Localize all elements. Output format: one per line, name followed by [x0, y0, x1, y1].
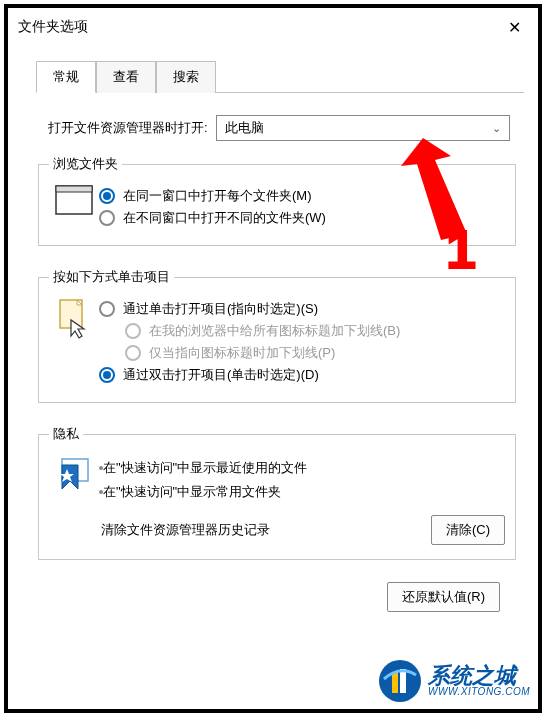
watermark-url: WWW.XITONG.COM — [428, 687, 530, 698]
open-explorer-value: 此电脑 — [225, 119, 264, 137]
browse-folders-group: 浏览文件夹 在同一窗口中打开每个文件夹(M) 在不同窗口中打开不同的文 — [38, 155, 516, 246]
window-icon — [49, 183, 99, 215]
checkbox-label: 在"快速访问"中显示最近使用的文件 — [103, 459, 307, 477]
radio-icon — [99, 210, 115, 226]
privacy-group: 隐私 在"快速访问"中显示最近使用的文件 在 — [38, 425, 516, 560]
radio-underline-all: 在我的浏览器中给所有图标标题加下划线(B) — [125, 322, 505, 340]
clear-history-label: 清除文件资源管理器历史记录 — [101, 521, 270, 539]
radio-label: 通过双击打开项目(单击时选定)(D) — [123, 366, 319, 384]
tab-strip: 常规 查看 搜索 — [36, 60, 538, 92]
restore-defaults-button[interactable]: 还原默认值(R) — [387, 582, 500, 612]
close-button[interactable]: ✕ — [500, 13, 528, 41]
radio-label: 在我的浏览器中给所有图标标题加下划线(B) — [149, 322, 400, 340]
restore-row: 还原默认值(R) — [36, 582, 500, 612]
radio-icon — [99, 367, 115, 383]
radio-same-window[interactable]: 在同一窗口中打开每个文件夹(M) — [99, 187, 505, 205]
watermark-logo-icon — [378, 659, 422, 703]
svg-rect-10 — [392, 673, 398, 693]
radio-icon — [99, 188, 115, 204]
close-icon: ✕ — [508, 18, 521, 37]
radio-new-window[interactable]: 在不同窗口中打开不同的文件夹(W) — [99, 209, 505, 227]
clear-history-row: 清除文件资源管理器历史记录 清除(C) — [101, 515, 505, 545]
privacy-legend: 隐私 — [49, 425, 83, 443]
checkbox-frequent-folders[interactable]: 在"快速访问"中显示常用文件夹 — [99, 483, 505, 501]
watermark-text: 系统之城 — [428, 664, 530, 687]
radio-icon — [125, 345, 141, 361]
pointer-document-icon — [49, 296, 99, 340]
browse-folders-legend: 浏览文件夹 — [49, 155, 122, 173]
open-explorer-row: 打开文件资源管理器时打开: 此电脑 ⌄ — [48, 115, 520, 141]
clear-button[interactable]: 清除(C) — [431, 515, 505, 545]
radio-icon — [125, 323, 141, 339]
watermark: 系统之城 WWW.XITONG.COM — [378, 659, 530, 703]
checkbox-label: 在"快速访问"中显示常用文件夹 — [103, 483, 281, 501]
svg-rect-11 — [400, 669, 406, 693]
radio-label: 仅当指向图标标题时加下划线(P) — [149, 344, 335, 362]
radio-underline-point: 仅当指向图标标题时加下划线(P) — [125, 344, 505, 362]
radio-label: 在不同窗口中打开不同的文件夹(W) — [123, 209, 326, 227]
click-items-legend: 按如下方式单击项目 — [49, 268, 174, 286]
checkbox-recent-files[interactable]: 在"快速访问"中显示最近使用的文件 — [99, 459, 505, 477]
open-explorer-label: 打开文件资源管理器时打开: — [48, 119, 208, 137]
radio-single-click[interactable]: 通过单击打开项目(指向时选定)(S) — [99, 300, 505, 318]
tab-search[interactable]: 搜索 — [156, 61, 216, 93]
quick-access-icon — [49, 453, 99, 491]
tab-view[interactable]: 查看 — [96, 61, 156, 93]
radio-double-click[interactable]: 通过双击打开项目(单击时选定)(D) — [99, 366, 505, 384]
folder-options-dialog: 文件夹选项 ✕ 常规 查看 搜索 打开文件资源管理器时打开: 此电脑 ⌄ 浏览文… — [4, 4, 542, 713]
dialog-title: 文件夹选项 — [18, 18, 88, 36]
chevron-down-icon: ⌄ — [492, 122, 501, 135]
svg-rect-1 — [56, 186, 92, 192]
titlebar: 文件夹选项 ✕ — [8, 8, 538, 46]
click-items-group: 按如下方式单击项目 通过单击打开项目(指向时选定)(S) — [38, 268, 516, 403]
tab-content-general: 打开文件资源管理器时打开: 此电脑 ⌄ 浏览文件夹 在同一窗口中打开每 — [8, 93, 538, 612]
radio-icon — [99, 301, 115, 317]
radio-label: 在同一窗口中打开每个文件夹(M) — [123, 187, 312, 205]
radio-label: 通过单击打开项目(指向时选定)(S) — [123, 300, 318, 318]
tab-general[interactable]: 常规 — [36, 61, 96, 93]
open-explorer-dropdown[interactable]: 此电脑 ⌄ — [216, 115, 510, 141]
